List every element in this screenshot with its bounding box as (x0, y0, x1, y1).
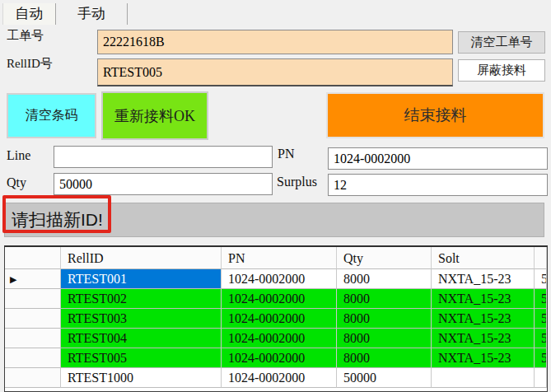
header-rellid[interactable]: RellID (61, 247, 222, 269)
cell-pn[interactable]: 1024-0002000 (222, 368, 337, 388)
header-extra (535, 247, 547, 269)
row-selector-cell[interactable] (5, 329, 61, 348)
reel-data-grid[interactable]: RellID PN Qty Solt ▶RTEST0011024-0002000… (4, 245, 548, 392)
table-row[interactable]: RTEST0031024-00020008000NXTA_15-235 (5, 309, 547, 329)
clear-work-order-button[interactable]: 清空工单号 (458, 31, 545, 54)
cell-qty[interactable]: 8000 (337, 329, 432, 348)
work-order-input[interactable] (97, 30, 453, 54)
rell-id-input[interactable] (97, 58, 453, 86)
cell-qty[interactable]: 8000 (337, 309, 432, 329)
header-pn[interactable]: PN (222, 247, 337, 269)
cell-pn[interactable]: 1024-0002000 (222, 269, 337, 289)
feeder-app-window: 自动 手动 工单号 清空工单号 RellID号 屏蔽接料 清空条码 重新接料OK… (0, 0, 551, 392)
surplus-label: Surplus (277, 175, 317, 189)
table-body: ▶RTEST0011024-00020008000NXTA_15-235RTES… (5, 269, 547, 388)
cell-solt[interactable]: NXTA_15-23 (432, 309, 535, 329)
cell-pn[interactable]: 1024-0002000 (222, 348, 337, 368)
row-selector-cell[interactable]: ▶ (5, 269, 61, 289)
cell-pn[interactable]: 1024-0002000 (222, 289, 337, 309)
surplus-input[interactable] (328, 174, 548, 196)
tab-manual[interactable]: 手动 (56, 3, 128, 25)
header-row-selector (5, 247, 61, 269)
qty-label: Qty (7, 175, 26, 190)
clear-barcode-button[interactable]: 清空条码 (7, 93, 96, 138)
refeed-ok-button[interactable]: 重新接料OK (101, 91, 208, 140)
cell-extra[interactable]: 5 (535, 329, 547, 348)
table-row[interactable]: RTEST10001024-000200050000 (5, 368, 547, 388)
cell-extra[interactable]: 5 (535, 289, 547, 309)
cell-pn[interactable]: 1024-0002000 (222, 329, 337, 348)
cell-extra[interactable]: 5 (535, 309, 547, 329)
cell-solt[interactable]: NXTA_15-23 (432, 269, 535, 289)
cell-solt[interactable]: NXTA_15-23 (432, 329, 535, 348)
cell-qty[interactable]: 8000 (337, 289, 432, 309)
table-row[interactable]: RTEST0021024-00020008000NXTA_15-235 (5, 289, 547, 309)
table-row[interactable]: RTEST0051024-00020008000NXTA_15-235 (5, 348, 547, 368)
cell-qty[interactable]: 8000 (337, 269, 432, 289)
cell-extra[interactable]: 5 (535, 348, 547, 368)
row-selector-cell[interactable] (5, 289, 61, 309)
header-solt[interactable]: Solt (432, 247, 535, 269)
cell-rellid[interactable]: RTEST1000 (61, 368, 222, 388)
cell-solt[interactable] (432, 368, 535, 388)
cell-rellid[interactable]: RTEST002 (61, 289, 222, 309)
table-row[interactable]: RTEST0041024-00020008000NXTA_15-235 (5, 329, 547, 348)
annotation-red-rectangle (2, 195, 111, 233)
tab-auto[interactable]: 自动 (2, 3, 56, 25)
row-selector-cell[interactable] (5, 368, 61, 388)
row-selector-cell[interactable] (5, 348, 61, 368)
qty-input[interactable] (54, 173, 273, 195)
cell-extra[interactable] (535, 368, 547, 388)
pn-input[interactable] (328, 147, 548, 170)
cell-rellid[interactable]: RTEST005 (61, 348, 222, 368)
header-qty[interactable]: Qty (337, 247, 432, 269)
shield-feed-button[interactable]: 屏蔽接料 (458, 59, 545, 82)
line-label: Line (7, 148, 30, 163)
line-input[interactable] (54, 146, 273, 168)
cell-rellid[interactable]: RTEST004 (61, 329, 222, 348)
table-header-row: RellID PN Qty Solt (5, 247, 547, 269)
rell-id-label: RellID号 (7, 56, 53, 72)
work-order-label: 工单号 (7, 28, 44, 44)
cell-rellid[interactable]: RTEST001 (61, 269, 222, 289)
cell-solt[interactable]: NXTA_15-23 (432, 289, 535, 309)
cell-qty[interactable]: 50000 (337, 368, 432, 388)
cell-rellid[interactable]: RTEST003 (61, 309, 222, 329)
table-row[interactable]: ▶RTEST0011024-00020008000NXTA_15-235 (5, 269, 547, 289)
cell-qty[interactable]: 8000 (337, 348, 432, 368)
row-selector-cell[interactable] (5, 309, 61, 329)
cell-solt[interactable]: NXTA_15-23 (432, 348, 535, 368)
cell-pn[interactable]: 1024-0002000 (222, 309, 337, 329)
pn-label: PN (278, 147, 294, 161)
cell-extra[interactable]: 5 (535, 269, 547, 289)
end-feed-button[interactable]: 结束接料 (326, 92, 544, 138)
